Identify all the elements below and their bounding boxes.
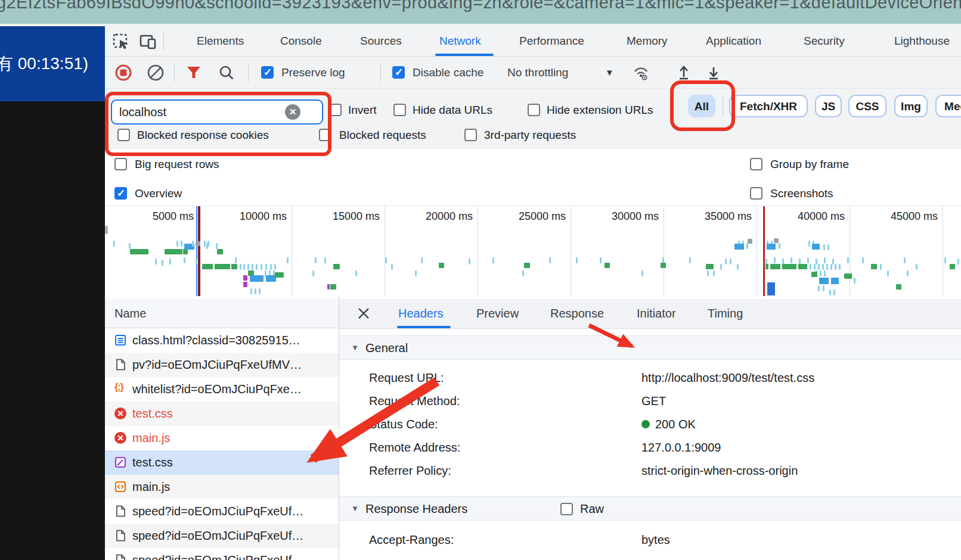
timeline-mark: [243, 275, 247, 281]
preserve-log-checkbox[interactable]: [261, 66, 274, 79]
filter-type-all[interactable]: All: [688, 95, 715, 117]
table-row[interactable]: main.js: [105, 475, 339, 499]
timeline-mark: [204, 241, 206, 247]
timeline-scroll-handle[interactable]: [105, 226, 108, 234]
timeline-mark: [196, 241, 200, 246]
request-table: Name class.html?classid=30825915… pv?id=…: [105, 296, 339, 560]
filter-type-fetch-xhr[interactable]: Fetch/XHR: [729, 95, 808, 117]
timeline-mark: [824, 270, 826, 276]
response-headers-section-header[interactable]: ▼ Response Headers Raw: [339, 496, 961, 521]
filter-type-media[interactable]: Media: [935, 95, 961, 117]
filter-type-css[interactable]: CSS: [848, 95, 886, 117]
table-row[interactable]: speed?id=oEOmJCiuPqFxeUf…: [105, 524, 339, 548]
invert-checkbox[interactable]: [329, 104, 342, 116]
tab-console[interactable]: Console: [280, 26, 322, 56]
document-icon: [114, 334, 126, 346]
tab-sources[interactable]: Sources: [360, 26, 402, 56]
table-row[interactable]: pv?id=oEOmJCiuPqFxeUfMV…: [105, 353, 339, 377]
timeline-label: 40000 ms: [767, 210, 845, 223]
device-toolbar-icon[interactable]: [140, 33, 157, 53]
timeline-event-line: [198, 206, 200, 297]
tab-memory[interactable]: Memory: [627, 26, 668, 56]
export-har-icon[interactable]: [705, 64, 723, 84]
timeline-mark: [130, 249, 148, 254]
timeline-mark: [720, 264, 722, 270]
details-tab-timing[interactable]: Timing: [708, 299, 743, 328]
close-icon[interactable]: [357, 299, 370, 328]
error-icon: [114, 407, 126, 419]
throttling-select[interactable]: No throttling: [507, 57, 568, 88]
third-party-requests-checkbox[interactable]: [464, 129, 477, 141]
filter-type-img[interactable]: Img: [894, 95, 928, 117]
timeline-mark: [247, 264, 249, 270]
import-har-icon[interactable]: [675, 64, 693, 84]
group-by-frame-checkbox[interactable]: [750, 158, 762, 170]
details-tabbar: Headers Preview Response Initiator Timin…: [339, 299, 961, 329]
clear-filter-icon[interactable]: ✕: [285, 104, 300, 120]
disable-cache-checkbox[interactable]: [392, 66, 405, 79]
details-tab-response[interactable]: Response: [550, 299, 604, 328]
table-row[interactable]: speed?id=oEOmJCiuPqFxeUf…: [105, 499, 339, 524]
chevron-down-icon[interactable]: ▼: [605, 57, 614, 88]
timeline-mark: [824, 257, 826, 263]
tab-application[interactable]: Application: [706, 26, 761, 56]
hide-extension-urls-checkbox[interactable]: [528, 104, 540, 116]
search-icon[interactable]: [218, 64, 235, 83]
table-row-selected[interactable]: test.css: [105, 450, 339, 475]
table-row[interactable]: class.html?classid=30825915…: [105, 328, 339, 353]
timeline-mark: [730, 259, 731, 265]
active-tab-underline: [435, 54, 494, 56]
table-row[interactable]: {;} whitelist?id=oEOmJCiuPqFxe…: [105, 377, 339, 402]
timeline-mark: [275, 272, 284, 278]
invert-label: Invert: [348, 103, 377, 117]
filter-type-js[interactable]: JS: [815, 95, 842, 117]
timeline-mark: [770, 264, 780, 269]
timer-text: 有 00:13:51): [0, 52, 88, 75]
general-section-header[interactable]: ▼ General: [339, 335, 961, 360]
details-tab-headers[interactable]: Headers: [398, 299, 444, 328]
timeline-mark: [576, 257, 578, 263]
tab-network[interactable]: Network: [439, 26, 481, 56]
timeline-mark: [896, 284, 901, 290]
table-row[interactable]: main.js: [105, 426, 339, 450]
timeline-gridline: [664, 206, 664, 297]
timeline-mark: [524, 263, 530, 268]
raw-checkbox[interactable]: [560, 503, 573, 515]
timeline-gridline: [943, 206, 943, 297]
name-column-header[interactable]: Name: [105, 299, 339, 328]
timeline-mark: [737, 264, 739, 270]
timeline-mark: [250, 275, 264, 282]
timeline-mark: [854, 278, 855, 284]
details-tab-initiator[interactable]: Initiator: [637, 299, 676, 328]
timeline-overview[interactable]: 5000 ms10000 ms15000 ms20000 ms25000 ms3…: [105, 206, 961, 297]
network-toolbar: Preserve log Disable cache No throttling…: [105, 57, 961, 89]
timeline-mark: [240, 264, 241, 270]
big-request-rows-checkbox[interactable]: [114, 158, 127, 170]
overview-checkbox[interactable]: [114, 187, 127, 200]
timeline-mark: [196, 259, 197, 265]
blocked-requests-checkbox[interactable]: [319, 129, 331, 141]
timeline-label: 35000 ms: [674, 210, 752, 223]
table-row[interactable]: speed?id=oEOmJCiuPqFxeUf…: [105, 548, 339, 560]
general-row: Request Method: GET: [339, 390, 961, 413]
details-tab-preview[interactable]: Preview: [476, 299, 519, 328]
network-conditions-icon[interactable]: [632, 64, 650, 84]
screenshots-checkbox[interactable]: [750, 187, 762, 200]
timeline-mark: [810, 264, 811, 270]
record-button[interactable]: [114, 64, 132, 84]
tab-elements[interactable]: Elements: [197, 26, 244, 56]
table-row[interactable]: test.css: [105, 402, 339, 426]
stylesheet-icon: [114, 456, 126, 468]
tab-lighthouse[interactable]: Lighthouse: [894, 26, 950, 56]
timeline-mark: [957, 259, 959, 265]
tab-security[interactable]: Security: [804, 26, 845, 56]
filter-icon[interactable]: [186, 65, 202, 83]
clear-log-button[interactable]: [147, 64, 165, 84]
timeline-mark: [604, 263, 610, 268]
tab-performance[interactable]: Performance: [519, 26, 584, 56]
timeline-mark: [312, 270, 314, 276]
inspect-icon[interactable]: [112, 33, 130, 53]
blocked-response-cookies-checkbox[interactable]: [117, 129, 130, 141]
hide-data-urls-checkbox[interactable]: [393, 104, 406, 116]
timeline-mark: [734, 244, 744, 250]
